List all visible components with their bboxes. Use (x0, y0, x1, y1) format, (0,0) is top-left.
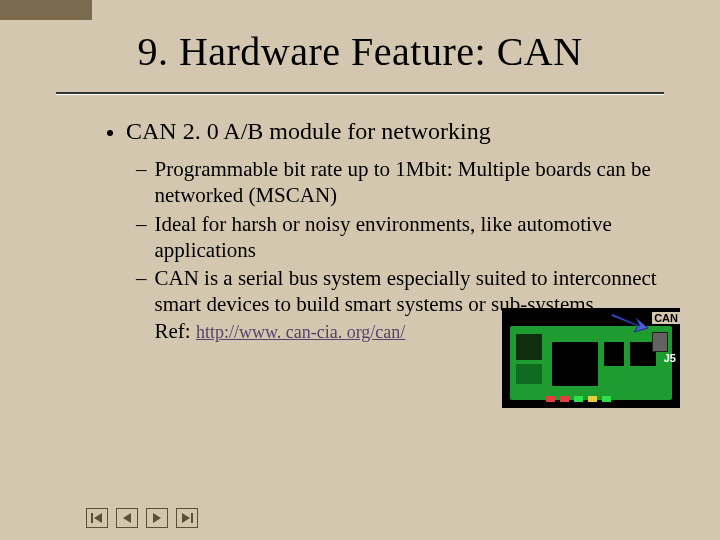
svg-rect-5 (191, 513, 193, 523)
arrow-icon (610, 310, 650, 334)
svg-marker-3 (153, 513, 161, 523)
previous-slide-button[interactable] (116, 508, 138, 528)
ref-label: Ref: (155, 319, 191, 343)
dash-icon: – (136, 211, 147, 264)
skip-back-icon (90, 511, 104, 525)
chip-icon (604, 342, 624, 366)
svg-marker-4 (182, 513, 190, 523)
next-slide-button[interactable] (146, 508, 168, 528)
chevron-right-icon (150, 511, 164, 525)
mcu-chip-icon (552, 342, 598, 386)
led-icon (602, 396, 611, 402)
can-label: CAN (652, 312, 680, 324)
sub-bullet-1: Programmable bit rate up to 1Mbit: Multi… (155, 156, 659, 209)
slide-title: 9. Hardware Feature: CAN (0, 28, 720, 75)
j5-label: J5 (664, 352, 676, 364)
dash-icon: – (136, 156, 147, 209)
led-icon (588, 396, 597, 402)
chevron-left-icon (120, 511, 134, 525)
title-underline (56, 92, 664, 94)
svg-rect-0 (91, 513, 93, 523)
led-icon (560, 396, 569, 402)
slide: 9. Hardware Feature: CAN CAN 2. 0 A/B mo… (0, 0, 720, 540)
led-icon (546, 396, 555, 402)
chip-icon (516, 364, 542, 384)
slide-nav (86, 508, 198, 528)
last-slide-button[interactable] (176, 508, 198, 528)
chip-icon (516, 334, 542, 360)
ref-link[interactable]: http://www. can-cia. org/can/ (196, 322, 405, 342)
logo-strip (0, 0, 92, 20)
svg-marker-1 (94, 513, 102, 523)
can-connector-icon (652, 332, 668, 352)
board-image: CAN J5 (502, 308, 680, 408)
led-row (546, 396, 618, 402)
sub-bullet-2: Ideal for harsh or noisy environments, l… (155, 211, 659, 264)
first-slide-button[interactable] (86, 508, 108, 528)
dash-icon: – (136, 265, 147, 344)
svg-marker-2 (123, 513, 131, 523)
led-icon (574, 396, 583, 402)
bullet-main: CAN 2. 0 A/B module for networking (126, 116, 658, 146)
skip-forward-icon (180, 511, 194, 525)
